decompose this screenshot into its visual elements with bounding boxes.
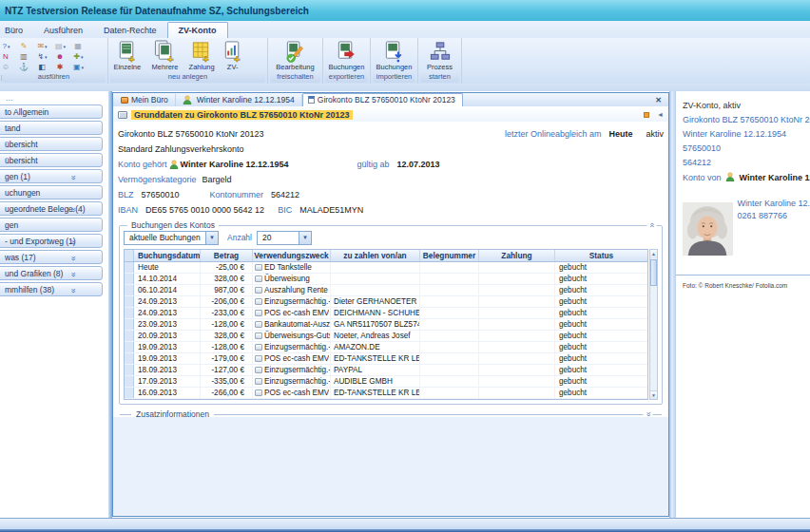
header-belegnummer[interactable]: Belegnummer <box>420 250 479 261</box>
chevron-down-icon[interactable] <box>66 288 79 293</box>
count-select[interactable]: 20 ▼ <box>257 231 312 245</box>
header-betrag[interactable]: Betrag <box>201 250 253 261</box>
sidebar-nav-item[interactable]: tand <box>0 121 103 135</box>
ribbon-tool-button[interactable]: ↯▾ <box>33 51 51 62</box>
ribbon-tool-button[interactable]: ?▾ <box>0 41 15 51</box>
chevron-down-icon[interactable] <box>66 175 79 180</box>
sidebar-nav-item[interactable]: mmhilfen (38) <box>0 282 103 296</box>
vertical-scrollbar[interactable]: ▲ ▼ <box>649 249 658 400</box>
sidebar-nav-item[interactable]: ugeordnete Belege (4) <box>0 201 103 216</box>
ribbon-tool-button[interactable]: ✚▾ <box>69 51 87 62</box>
info-account-link[interactable]: Girokonto BLZ 57650010 KtoNr 20123 <box>683 115 810 129</box>
ribbon-group-neu-anlegen: + Einzelne Buchung + Mehrere Buchungen <box>108 38 268 84</box>
panel-splitter[interactable] <box>669 91 676 518</box>
chevron-down-icon[interactable] <box>66 256 79 260</box>
cell-status: gebucht <box>555 342 647 352</box>
table-row[interactable]: 06.10.2014 987,00 € Auszahlung Rente geb… <box>125 285 647 296</box>
table-row[interactable]: 16.09.2013 -266,00 € POS ec-cash EMV ED-… <box>125 388 647 399</box>
row-selector[interactable] <box>125 308 134 318</box>
chevron-down-icon[interactable] <box>66 272 79 276</box>
chevron-down-icon[interactable] <box>66 239 79 244</box>
sidebar-nav-item[interactable]: uchungen <box>0 185 103 200</box>
sidebar-nav-item[interactable]: und Grafiken (8) <box>0 266 103 280</box>
header-zahlung[interactable]: Zahlung <box>479 250 555 261</box>
ribbon-tool-button[interactable]: ☻ <box>51 51 69 62</box>
tab-winter-karoline[interactable]: Winter Karoline 12.12.1954 <box>176 94 302 106</box>
scrollbar-thumb[interactable] <box>650 259 657 286</box>
ribbon-tab-buero[interactable]: Büro <box>0 23 33 38</box>
info-person-link[interactable]: Winter Karoline 12.12.1954 <box>683 129 810 143</box>
table-row[interactable]: Heute -25,00 € ED Tankstelle gebucht <box>125 262 647 274</box>
scroll-down-icon[interactable]: ▼ <box>650 390 657 399</box>
row-selector[interactable] <box>125 274 134 284</box>
header-verwendungszweck[interactable]: Verwendungszweck <box>253 250 331 261</box>
row-selector[interactable] <box>125 353 134 364</box>
ribbon-tab-ausfuehren[interactable]: Ausführen <box>33 23 93 38</box>
sidebar-nav-item[interactable]: gen (1) <box>0 169 103 183</box>
cell-verwendungszweck: POS ec-cash EMV <box>253 353 331 364</box>
close-icon[interactable]: ✕ <box>653 96 664 104</box>
row-selector[interactable] <box>125 331 134 341</box>
expand-down-icon[interactable] <box>643 411 652 416</box>
ribbon-tool-button[interactable]: ✱ <box>51 62 69 72</box>
ribbon-tool-button[interactable]: ✉▾ <box>33 41 51 51</box>
bookings-filter-select[interactable]: aktuelle Buchungen ▼ <box>124 231 219 245</box>
sidebar-nav-item[interactable]: übersicht <box>0 153 103 167</box>
ribbon-tool-button[interactable]: ▦ <box>69 41 87 51</box>
tab-mein-buero[interactable]: Mein Büro <box>116 94 176 106</box>
collapse-left-icon[interactable]: ◄ <box>657 111 664 118</box>
ribbon-tool-button[interactable]: ⚓ <box>15 62 33 72</box>
header-buchungsdatum[interactable]: Buchungsdatum <box>134 250 201 261</box>
ribbon-tab-daten-rechte[interactable]: Daten-Rechte <box>93 23 167 38</box>
table-row[interactable]: 18.09.2013 -127,00 € Einzugsermächtig.- … <box>125 365 647 376</box>
table-row[interactable]: 19.09.2013 -179,00 € POS ec-cash EMV ED-… <box>125 353 647 365</box>
booking-note-icon <box>255 321 262 328</box>
online-sync-value: Heute <box>608 129 632 139</box>
collapse-up-icon[interactable] <box>646 222 656 227</box>
sidebar-nav-item[interactable]: to Allgemein <box>0 104 103 119</box>
row-selector[interactable] <box>125 388 134 398</box>
table-row[interactable]: 23.09.2013 -128,00 € Bankautomat-Ausz GA… <box>125 319 647 331</box>
owner-name-link[interactable]: Winter Karoline 12.12.1954 <box>181 160 289 169</box>
pin-icon[interactable] <box>644 112 649 118</box>
sidebar-nav-item[interactable]: was (17) <box>0 250 103 264</box>
bookings-table-wrap: Buchungsdatum Betrag Verwendungszweck zu… <box>124 249 658 400</box>
row-selector[interactable] <box>125 262 134 273</box>
ribbon-tool-button[interactable]: ☺ <box>0 62 15 72</box>
ribbon-tool-button[interactable]: ▥ <box>15 51 33 62</box>
header-zu-zahlen[interactable]: zu zahlen von/an <box>331 250 420 261</box>
table-row[interactable]: 24.09.2013 -233,00 € POS ec-cash EMV DEI… <box>125 308 647 319</box>
ribbon-tool-button[interactable]: ▤▾ <box>51 41 69 51</box>
table-row[interactable]: 20.09.2013 328,00 € Überweisungs-Guts No… <box>125 331 647 342</box>
table-row[interactable]: 14.10.2014 328,00 € Überweisung gebucht <box>125 274 647 285</box>
sidebar-nav-item[interactable]: - und Exportweg (1) <box>0 234 103 248</box>
scroll-up-icon[interactable]: ▲ <box>650 250 657 258</box>
row-selector[interactable] <box>125 365 134 375</box>
ribbon-tool-button[interactable]: ◧ <box>33 62 51 72</box>
row-selector[interactable] <box>125 296 134 307</box>
table-row[interactable]: 24.09.2013 -206,00 € Einzugsermächtig.- … <box>125 296 647 308</box>
ribbon-tool-button[interactable]: N <box>0 51 15 62</box>
ribbon-tab-zv-konto[interactable]: ZV-Konto <box>167 22 228 38</box>
table-row[interactable]: 17.09.2013 -335,00 € Einzugsermächtig.- … <box>125 376 647 388</box>
info-owner-row: Konto von Winter Karoline 12.12.1954 <box>683 172 810 186</box>
chevron-down-icon[interactable] <box>66 207 79 212</box>
row-selector[interactable] <box>125 376 134 387</box>
cell-verwendungszweck: POS ec-cash EMV <box>253 388 331 398</box>
cell-belegnummer <box>420 308 479 318</box>
sidebar-nav-item[interactable]: übersicht <box>0 137 103 151</box>
ribbon-tool-button[interactable]: ▣▾ <box>69 62 87 72</box>
header-status[interactable]: Status <box>555 250 647 261</box>
tab-girokonto[interactable]: Girokonto BLZ 57650010 KtoNr 20123 <box>302 93 463 106</box>
dropdown-arrow-icon[interactable]: ▼ <box>205 232 218 244</box>
account-detail-content: Girokonto BLZ 57650010 KtoNr 20123 letzt… <box>113 122 668 417</box>
table-row[interactable]: 19.09.2013 -128,00 € Einzugsermächtig.- … <box>125 342 647 353</box>
row-selector[interactable] <box>125 342 134 352</box>
row-selector[interactable] <box>125 319 134 330</box>
cell-betrag: -266,00 € <box>201 388 253 398</box>
dropdown-arrow-icon[interactable]: ▼ <box>299 232 311 244</box>
ribbon-tool-button[interactable]: ✎ <box>15 41 33 51</box>
row-selector[interactable] <box>125 285 134 295</box>
sidebar-nav-item[interactable]: gen <box>0 218 103 232</box>
konto-von-name[interactable]: Winter Karoline 12.12.1954 <box>740 173 810 182</box>
